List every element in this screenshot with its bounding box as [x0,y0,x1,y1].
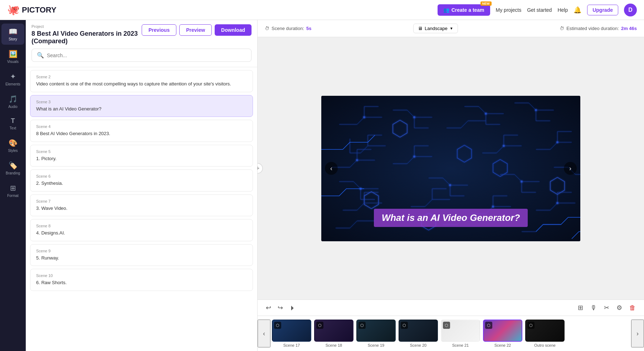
filmstrip-wrapper: ‹ ⬡Scene 17⬡Scene 18⬡Scene 19⬡Scene 20⬡S… [258,316,644,351]
project-title: 8 Best AI Video Generators in 2023 (Comp… [31,30,142,45]
svg-marker-4 [550,177,565,194]
sidebar-item-text[interactable]: T Text [1,114,24,134]
svg-point-13 [556,141,558,143]
undo-button[interactable]: ↩ [265,303,272,313]
scene-card[interactable]: Scene 5 1. Pictory. [30,145,253,167]
scene-card[interactable]: Scene 10 6. Raw Shorts. [30,269,253,291]
chevron-down-icon: ▼ [450,26,453,30]
preview-toolbar: ⏱ Scene duration: 5s 🖥 Landscape ▼ ⏱ Est… [258,20,644,37]
scene-card[interactable]: Scene 2 Video content is one of the most… [30,70,253,92]
scissors-button[interactable]: ✂ [603,303,610,313]
scene-number: Scene 3 [36,100,247,104]
filmstrip-item[interactable]: ⬡Scene 20 [399,320,438,347]
scene-text: What is an AI Video Generator? [36,105,247,113]
scene-card[interactable]: Scene 6 2. Synthesia. [30,169,253,192]
preview-button[interactable]: Preview [179,24,212,36]
video-prev-button[interactable]: ‹ [325,162,338,175]
filmstrip-badge: ⬡ [443,322,450,329]
video-controls-right: ⊞ 🎙 ✂ ⚙ 🗑 [577,303,637,313]
sidebar-item-visuals[interactable]: 🖼️ Visuals [1,46,24,67]
svg-point-7 [413,116,415,118]
video-preview: ‹ › What is an AI Video Generator? [321,96,580,241]
orientation-selector[interactable]: 🖥 Landscape ▼ [413,24,458,33]
delete-button[interactable]: 🗑 [628,303,637,313]
add-scene-left-button[interactable]: + [258,163,263,174]
filmstrip-label: Scene 18 [326,343,342,347]
est-duration-value: 2m 46s [621,26,637,31]
sidebar-item-branding[interactable]: 🏷️ Branding [1,158,24,179]
filmstrip-badge: ⬡ [401,322,408,329]
svg-marker-2 [364,192,379,209]
scene-panel: Project 8 Best AI Video Generators in 20… [26,20,258,351]
video-next-button[interactable]: › [564,162,577,175]
filmstrip-label: Scene 20 [410,343,426,347]
scene-text: 3. Wave Video. [36,205,247,212]
header-actions: Previous Preview Download [142,24,252,36]
format-icon: ⊞ [10,184,16,192]
filmstrip-badge: ⬡ [527,322,535,329]
download-button[interactable]: Download [215,24,252,36]
sidebar-item-story[interactable]: 📖 Story [1,24,24,45]
styles-icon: 🎨 [9,139,18,147]
filmstrip-thumb: ⬡ [314,320,353,342]
get-started-link[interactable]: Get started [527,7,552,13]
clock2-icon: ⏱ [560,26,564,31]
filmstrip-item[interactable]: ⬡Outro scene [525,320,565,347]
video-preview-wrapper: + [258,37,644,300]
scene-panel-header: Project 8 Best AI Video Generators in 20… [26,20,257,67]
help-link[interactable]: Help [557,7,568,13]
filmstrip-item[interactable]: ⬡Scene 21 [441,320,480,347]
filmstrip-item[interactable]: ⬡Scene 22 [483,320,522,347]
filmstrip-label: Scene 21 [452,343,469,347]
sidebar-item-elements[interactable]: ✦ Elements [1,69,24,90]
filmstrip-badge: ⬡ [485,322,492,329]
previous-button[interactable]: Previous [142,24,176,36]
my-projects-link[interactable]: My projects [496,7,522,13]
svg-point-15 [449,184,451,186]
svg-point-6 [363,116,365,118]
scene-card[interactable]: Scene 3 What is an AI Video Generator? [30,95,253,117]
notification-icon[interactable]: 🔔 [574,6,581,14]
avatar[interactable]: D [624,4,637,16]
scene-card[interactable]: Scene 4 8 Best AI Video Generators in 20… [30,120,253,142]
sidebar-item-label: Text [10,126,16,130]
preview-area: ⏱ Scene duration: 5s 🖥 Landscape ▼ ⏱ Est… [258,20,644,351]
filmstrip-prev-button[interactable]: ‹ [258,320,270,347]
filmstrip-thumb: ⬡ [441,320,480,342]
scene-view-button[interactable]: ⊞ [577,303,584,313]
scene-list: Scene 2 Video content is one of the most… [26,67,257,351]
filmstrip-label: Outro scene [534,343,556,347]
redo-button[interactable]: ↪ [277,303,284,313]
scene-card[interactable]: Scene 8 4. Designs.AI. [30,219,253,241]
sidebar-item-styles[interactable]: 🎨 Styles [1,135,24,156]
scene-number: Scene 9 [36,249,247,253]
estimated-duration: ⏱ Estimated video duration: 2m 46s [560,26,637,31]
sidebar-item-format[interactable]: ⊞ Format [1,180,24,201]
svg-point-11 [413,155,415,158]
filmstrip-thumb: ⬡ [356,320,396,342]
filmstrip-items: ⬡Scene 17⬡Scene 18⬡Scene 19⬡Scene 20⬡Sce… [270,320,631,347]
scene-card[interactable]: Scene 9 5. Runway. [30,244,253,266]
sidebar-item-audio[interactable]: 🎵 Audio [1,91,24,112]
create-team-button[interactable]: 👥 Create a team NEW [438,4,490,16]
svg-marker-3 [493,159,507,177]
settings-button[interactable]: ⚙ [615,303,623,313]
scene-number: Scene 10 [36,273,247,278]
top-navbar: 🐙 PICTORY 👥 Create a team NEW My project… [0,0,644,20]
filmstrip-next-button[interactable]: › [631,320,644,347]
filmstrip-item[interactable]: ⬡Scene 18 [314,320,353,347]
filmstrip-item[interactable]: ⬡Scene 17 [272,320,311,347]
upgrade-button[interactable]: Upgrade [587,5,618,15]
search-input[interactable] [47,53,246,58]
filmstrip-badge: ⬡ [358,322,366,329]
orientation-label: Landscape [425,26,448,31]
play-button[interactable]: ⏵ [288,303,297,313]
video-controls-left: ↩ ↪ ⏵ [265,303,297,313]
scene-number: Scene 6 [36,174,247,178]
scene-duration-value[interactable]: 5s [306,26,311,31]
filmstrip-item[interactable]: ⬡Scene 19 [356,320,396,347]
project-breadcrumb: Project [31,24,142,29]
scene-card[interactable]: Scene 7 3. Wave Video. [30,194,253,217]
voice-button[interactable]: 🎙 [589,303,598,313]
sidebar-icons: 📖 Story 🖼️ Visuals ✦ Elements 🎵 Audio T … [0,20,26,351]
